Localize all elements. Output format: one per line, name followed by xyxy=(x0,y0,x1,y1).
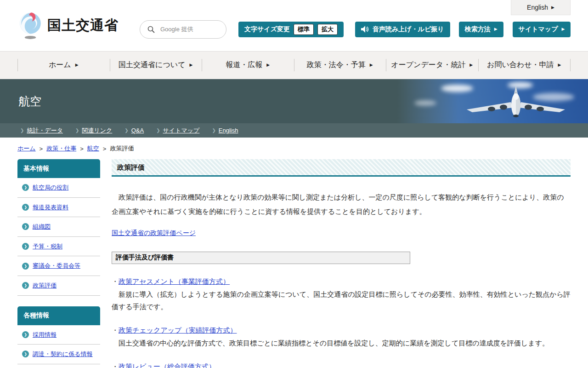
subnav-item-statistics[interactable]: ❯ 統計・データ xyxy=(20,126,63,135)
chevron-right-icon: ❯ xyxy=(156,128,160,133)
nav-item-contact[interactable]: お問い合わせ・申請 ▶ xyxy=(478,52,571,79)
font-large-button[interactable]: 拡大 xyxy=(317,24,338,35)
subnav-link[interactable]: English xyxy=(219,127,238,134)
sidebar-link[interactable]: 採用情報 xyxy=(33,331,57,339)
intro-paragraph: 政策評価は、国の行政機関が主体となり政策の効果等に関し測定または分析し、一定の尺… xyxy=(112,190,571,218)
tts-label: 音声読み上げ・ルビ振り xyxy=(373,25,444,34)
method-assessment: ・政策アセスメント（事業評価方式） 新規に導入（拡充）しようとする施策の企画立案… xyxy=(112,277,571,313)
sidebar-group-title: 各種情報 xyxy=(17,306,100,325)
tts-button[interactable]: 音声読み上げ・ルビ振り xyxy=(355,22,450,37)
method-assessment-link[interactable]: 政策アセスメント（事業評価方式） xyxy=(119,277,230,285)
main-content: 政策評価 政策評価は、国の行政機関が主体となり政策の効果等に関し測定または分析し… xyxy=(112,159,571,368)
chevron-right-icon: ❯ xyxy=(22,331,29,338)
subnav-link[interactable]: サイトマップ xyxy=(163,126,200,135)
font-size-label: 文字サイズ変更 xyxy=(244,25,290,34)
sidebar-item-qualifications[interactable]: ❯ 資格等のご案内 xyxy=(17,364,100,368)
bullet-mark: ・ xyxy=(112,277,119,285)
logo-text: 国土交通省 xyxy=(47,16,119,35)
breadcrumb-separator: > xyxy=(40,145,43,152)
sitemap-label: サイトマップ xyxy=(519,25,558,34)
sidebar-group-title: 基本情報 xyxy=(17,159,100,178)
font-size-button[interactable]: 文字サイズ変更 標準 拡大 xyxy=(238,22,344,37)
mlit-logo[interactable]: 国土交通省 xyxy=(17,12,119,40)
breadcrumb-policy-work[interactable]: 政策・仕事 xyxy=(46,144,76,153)
nav-item-home[interactable]: ホーム ▶ xyxy=(17,52,110,79)
chevron-right-icon: ❯ xyxy=(22,243,29,250)
section-subnav: ❯ 統計・データ ❯ 関連リンク ❯ Q&A ❯ サイトマップ ❯ Englis… xyxy=(0,123,588,138)
chevron-right-icon: ❯ xyxy=(22,184,29,191)
chevron-right-icon: ❯ xyxy=(22,223,29,230)
search-method-button[interactable]: 検索方法 ▶ xyxy=(459,22,503,37)
breadcrumb-aviation[interactable]: 航空 xyxy=(87,144,99,153)
sidebar-item-recruit[interactable]: ❯ 採用情報 xyxy=(17,325,100,345)
nav-item-opendata[interactable]: オープンデータ・統計 ▶ xyxy=(386,52,478,79)
section-title: 航空 xyxy=(18,94,41,109)
subnav-link[interactable]: 統計・データ xyxy=(27,126,63,135)
breadcrumb-home[interactable]: ホーム xyxy=(17,144,36,153)
sidebar: 基本情報 ❯ 航空局の役割 ❯ 報道発表資料 ❯ 組織図 ❯ 予算・税制 ❯ 審… xyxy=(17,159,100,368)
airplane-image xyxy=(463,83,569,121)
english-label: English xyxy=(527,4,548,11)
chevron-right-icon: ❯ xyxy=(212,128,215,133)
sidebar-item-budget[interactable]: ❯ 予算・税制 xyxy=(17,237,100,257)
speaker-icon xyxy=(361,26,369,33)
sidebar-group-misc: 各種情報 ❯ 採用情報 ❯ 調達・契約に係る情報 ❯ 資格等のご案内 xyxy=(17,306,100,368)
breadcrumb-current: 政策評価 xyxy=(110,144,134,153)
chevron-right-icon: ❯ xyxy=(75,128,79,133)
chevron-right-icon: ❯ xyxy=(22,204,29,211)
nav-item-press[interactable]: 報道・広報 ▶ xyxy=(202,52,294,79)
sidebar-link[interactable]: 組織図 xyxy=(33,223,51,230)
section-heading-box: 評価手法及び評価書 xyxy=(112,252,410,264)
method-checkup-link[interactable]: 政策チェックアップ（実績評価方式） xyxy=(119,326,237,334)
english-button[interactable]: English ▶ xyxy=(511,0,571,15)
subnav-item-sitemap[interactable]: ❯ サイトマップ xyxy=(156,126,199,135)
arrow-right-icon: ▶ xyxy=(266,63,270,67)
sidebar-link[interactable]: 報道発表資料 xyxy=(33,204,68,211)
sidebar-item-policy-eval[interactable]: ❯ 政策評価 xyxy=(17,276,100,296)
site-search[interactable] xyxy=(140,20,226,39)
sitemap-button[interactable]: サイトマップ ▶ xyxy=(513,22,571,37)
sidebar-link[interactable]: 政策評価 xyxy=(33,282,57,289)
subnav-item-links[interactable]: ❯ 関連リンク xyxy=(75,126,112,135)
sidebar-group-basic: 基本情報 ❯ 航空局の役割 ❯ 報道発表資料 ❯ 組織図 ❯ 予算・税制 ❯ 審… xyxy=(17,159,100,296)
sidebar-link[interactable]: 調達・契約に係る情報 xyxy=(33,351,93,358)
breadcrumb: ホーム > 政策・仕事 > 航空 > 政策評価 xyxy=(0,138,588,157)
bullet-mark: ・ xyxy=(112,326,119,334)
subnav-link[interactable]: 関連リンク xyxy=(82,126,112,135)
sidebar-item-orgchart[interactable]: ❯ 組織図 xyxy=(17,217,100,237)
method-review-link[interactable]: 政策レビュー（総合評価方式） xyxy=(119,362,215,368)
sidebar-item-role[interactable]: ❯ 航空局の役割 xyxy=(17,178,100,198)
subnav-item-english[interactable]: ❯ English xyxy=(212,127,238,134)
method-checkup-desc: 国土交通省の中心的な評価方式で、政策目標ごとに業績指標とその目標値を設定し、定期… xyxy=(112,337,571,349)
nav-label: ホーム xyxy=(49,60,71,70)
chevron-right-icon: ❯ xyxy=(22,351,29,357)
font-standard-button[interactable]: 標準 xyxy=(294,24,314,35)
policy-evaluation-page-link[interactable]: 国土交通省の政策評価ページ xyxy=(112,229,196,236)
search-method-label: 検索方法 xyxy=(465,25,491,34)
nav-item-policy[interactable]: 政策・法令・予算 ▶ xyxy=(294,52,386,79)
breadcrumb-separator: > xyxy=(80,145,84,152)
chevron-right-icon: ❯ xyxy=(20,128,24,133)
global-nav: ホーム ▶ 国土交通省について ▶ 報道・広報 ▶ 政策・法令・予算 ▶ オープ… xyxy=(0,51,588,79)
arrow-right-icon: ▶ xyxy=(469,63,473,67)
sidebar-link[interactable]: 航空局の役割 xyxy=(33,184,68,191)
subnav-link[interactable]: Q&A xyxy=(131,127,144,134)
chevron-right-icon: ❯ xyxy=(124,128,128,133)
sidebar-link[interactable]: 審議会・委員会等 xyxy=(33,262,80,270)
arrow-right-icon: ▶ xyxy=(551,6,554,10)
arrow-right-icon: ▶ xyxy=(190,63,193,67)
nav-item-about[interactable]: 国土交通省について ▶ xyxy=(110,52,202,79)
search-input[interactable] xyxy=(159,25,215,33)
sidebar-item-procurement[interactable]: ❯ 調達・契約に係る情報 xyxy=(17,345,100,364)
sidebar-item-press[interactable]: ❯ 報道発表資料 xyxy=(17,198,100,218)
bullet-mark: ・ xyxy=(112,362,119,368)
sidebar-item-councils[interactable]: ❯ 審議会・委員会等 xyxy=(17,256,100,276)
method-checkup: ・政策チェックアップ（実績評価方式） 国土交通省の中心的な評価方式で、政策目標ご… xyxy=(112,326,571,349)
nav-label: お問い合わせ・申請 xyxy=(487,60,554,70)
chevron-right-icon: ❯ xyxy=(22,263,29,270)
sidebar-link[interactable]: 予算・税制 xyxy=(33,243,62,250)
mlit-logo-icon xyxy=(17,12,43,40)
search-icon xyxy=(147,26,155,33)
subnav-item-qa[interactable]: ❯ Q&A xyxy=(124,127,144,134)
nav-label: 国土交通省について xyxy=(119,60,186,70)
